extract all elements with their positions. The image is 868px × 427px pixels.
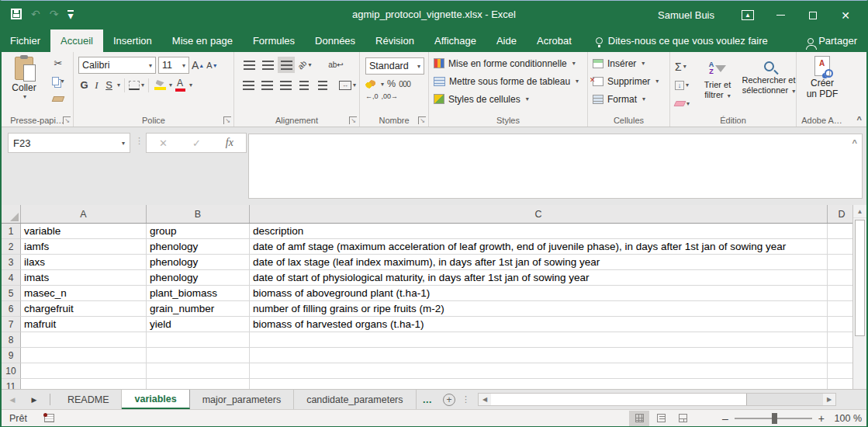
formula-input[interactable] xyxy=(248,134,863,199)
ribbon-display-options-button[interactable]: ▲ xyxy=(731,1,764,30)
sheet-tab-major-parameters[interactable]: major_parameters xyxy=(190,390,294,409)
font-color-button[interactable]: A xyxy=(173,79,187,92)
zoom-slider[interactable] xyxy=(735,418,812,419)
paste-button[interactable]: Coller ▾ xyxy=(6,57,42,109)
row-header[interactable]: 2 xyxy=(2,239,21,255)
cell[interactable] xyxy=(828,332,856,348)
cell[interactable]: biomass of aboveground plant (t.ha-1) xyxy=(250,286,828,301)
number-dialog-launcher[interactable]: ↘ xyxy=(418,116,426,124)
tab-mise-en-page[interactable]: Mise en page xyxy=(162,30,243,52)
page-layout-view-button[interactable] xyxy=(651,411,671,426)
insert-cells-button[interactable]: Insérer▾ xyxy=(588,54,669,72)
decrease-font-button[interactable]: A▼ xyxy=(206,57,217,74)
italic-button[interactable]: I xyxy=(91,79,102,92)
zoom-slider-thumb[interactable] xyxy=(772,413,777,424)
cell[interactable] xyxy=(21,348,147,363)
increase-indent-button[interactable] xyxy=(314,77,331,93)
font-size-select[interactable]: 11▾ xyxy=(158,57,189,74)
tab-insertion[interactable]: Insertion xyxy=(103,30,162,52)
cell[interactable]: biomass of harvested organs (t.ha-1) xyxy=(250,317,828,332)
cell[interactable]: masec_n xyxy=(21,286,147,301)
enter-entry-icon[interactable]: ✓ xyxy=(192,137,201,149)
cell[interactable]: phenology xyxy=(147,255,250,270)
name-box[interactable]: F23 ▾ xyxy=(8,133,130,153)
font-dialog-launcher[interactable]: ↘ xyxy=(223,116,231,124)
horizontal-scrollbar[interactable]: ◀ ▶ xyxy=(478,393,836,406)
cell[interactable] xyxy=(147,332,250,348)
clear-button[interactable]: ▾ xyxy=(675,95,693,112)
cell[interactable] xyxy=(250,363,828,379)
page-break-view-button[interactable] xyxy=(673,411,693,426)
tab-scroll-splitter[interactable]: ⋮ xyxy=(462,394,470,404)
cell[interactable]: plant_biomass xyxy=(147,286,250,301)
row-header[interactable]: 4 xyxy=(2,270,21,286)
maximize-button[interactable] xyxy=(797,1,829,30)
conditional-formatting-button[interactable]: Mise en forme conditionnelle▾ xyxy=(429,54,587,72)
collapse-ribbon-icon[interactable]: ^ xyxy=(857,115,862,124)
tab-accueil[interactable]: Accueil xyxy=(50,30,103,52)
cell[interactable] xyxy=(828,363,856,379)
tab-aide[interactable]: Aide xyxy=(486,30,527,52)
cell[interactable] xyxy=(828,239,856,255)
sheet-nav-left-icon[interactable]: ◀ xyxy=(2,390,23,409)
row-header[interactable]: 8 xyxy=(2,332,21,348)
zoom-out-button[interactable]: – xyxy=(722,412,728,425)
tab-acrobat[interactable]: Acrobat xyxy=(527,30,582,52)
cell[interactable] xyxy=(828,286,856,301)
row-header[interactable]: 10 xyxy=(2,363,21,379)
column-header-b[interactable]: B xyxy=(147,205,250,223)
more-sheets-button[interactable]: … xyxy=(417,390,439,409)
row-header[interactable]: 11 xyxy=(2,379,21,389)
cell-styles-button[interactable]: Styles de cellules▾ xyxy=(429,90,587,108)
increase-decimal-button[interactable]: ←,0 xyxy=(365,92,379,100)
decrease-decimal-button[interactable]: ,00→ xyxy=(382,92,399,100)
name-box-dropdown-icon[interactable]: ▾ xyxy=(122,140,125,147)
tab-formules[interactable]: Formules xyxy=(243,30,305,52)
cell[interactable] xyxy=(147,379,250,389)
font-color-dropdown-icon[interactable]: ▾ xyxy=(189,82,192,89)
tab-donnees[interactable]: Données xyxy=(305,30,365,52)
decrease-indent-button[interactable] xyxy=(296,77,313,93)
minimize-button[interactable] xyxy=(764,1,797,30)
signed-in-user[interactable]: Samuel Buis xyxy=(658,9,714,21)
bold-button[interactable]: G xyxy=(78,79,90,91)
underline-button[interactable]: S xyxy=(103,79,115,91)
align-left-button[interactable] xyxy=(240,77,258,93)
align-center-button[interactable] xyxy=(259,77,276,93)
sheet-tab-variables[interactable]: variables xyxy=(122,390,189,409)
cell[interactable] xyxy=(147,348,250,363)
cell[interactable]: number of filling grains or ripe fruits … xyxy=(250,301,828,317)
merge-center-button[interactable]: ↔▾ xyxy=(339,77,356,93)
accounting-format-icon[interactable] xyxy=(365,80,376,89)
cell[interactable] xyxy=(828,379,856,389)
borders-button[interactable]: ▾ xyxy=(129,77,144,93)
percent-style-button[interactable]: % xyxy=(387,78,396,89)
cell[interactable]: description xyxy=(250,224,828,239)
tab-affichage[interactable]: Affichage xyxy=(424,30,486,52)
clipboard-dialog-launcher[interactable]: ↘ xyxy=(63,116,71,124)
tell-me-box[interactable]: Dites-nous ce que vous voulez faire xyxy=(596,30,768,52)
cell[interactable] xyxy=(828,301,856,317)
cell[interactable]: iamfs xyxy=(21,239,147,255)
vertical-scrollbar-thumb[interactable] xyxy=(855,220,865,336)
format-painter-button[interactable] xyxy=(45,91,71,107)
zoom-in-button[interactable]: + xyxy=(818,412,825,425)
row-header[interactable]: 9 xyxy=(2,348,21,363)
row-header[interactable]: 6 xyxy=(2,301,21,317)
row-header[interactable]: 1 xyxy=(2,224,21,239)
format-as-table-button[interactable]: Mettre sous forme de tableau▾ xyxy=(429,72,587,90)
cell[interactable] xyxy=(21,363,147,379)
close-button[interactable]: ✕ xyxy=(829,1,862,30)
vertical-scrollbar[interactable]: ▲ xyxy=(852,205,866,389)
cell[interactable] xyxy=(828,348,856,363)
zoom-level-label[interactable]: 100 % xyxy=(831,413,862,424)
macro-record-icon[interactable] xyxy=(44,414,54,422)
cell[interactable]: phenology xyxy=(147,239,250,255)
column-header-d[interactable]: D xyxy=(828,205,856,223)
cell[interactable] xyxy=(250,379,828,389)
row-header[interactable]: 5 xyxy=(2,286,21,301)
row-header[interactable]: 3 xyxy=(2,255,21,270)
cut-button[interactable]: ✂ xyxy=(45,55,71,71)
cell[interactable] xyxy=(21,379,147,389)
align-right-button[interactable] xyxy=(278,77,295,93)
